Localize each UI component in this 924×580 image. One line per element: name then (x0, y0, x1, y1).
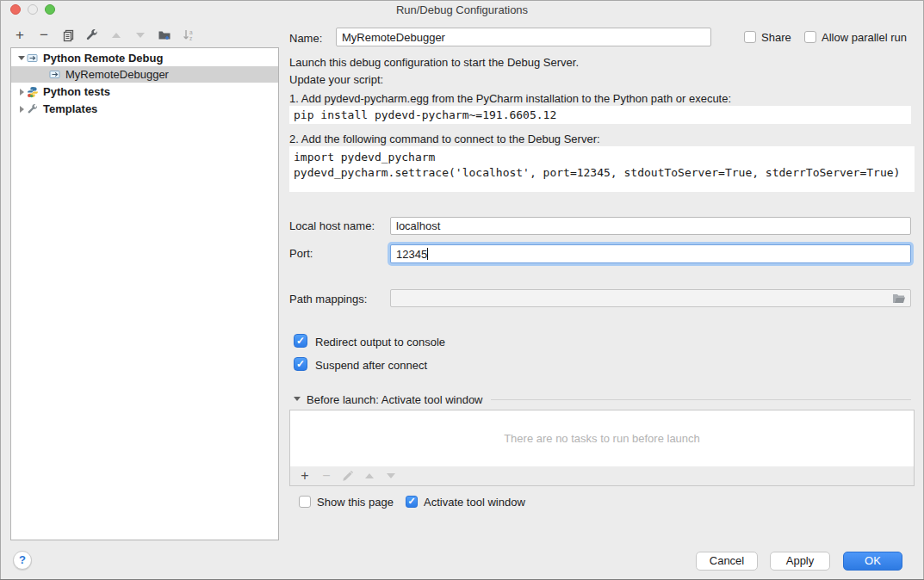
allow-parallel-run-label: Allow parallel run (822, 31, 907, 44)
share-checkbox[interactable] (744, 31, 756, 43)
tree-item-label: Python tests (43, 85, 110, 98)
redirect-output-checkbox[interactable] (294, 334, 307, 348)
move-down-icon (131, 27, 150, 44)
configurations-toolbar: + − az (10, 27, 198, 44)
tree-item-label: Python Remote Debug (43, 52, 163, 65)
copy-configuration-icon[interactable] (59, 27, 78, 44)
browse-folder-icon[interactable] (892, 293, 906, 305)
step1-text: 1. Add pydevd-pycharm.egg from the PyCha… (289, 92, 731, 105)
python-tests-icon (27, 86, 39, 98)
before-launch-toolbar: + − (289, 466, 915, 486)
expand-collapse-icon[interactable] (16, 106, 27, 113)
expand-collapse-icon[interactable] (16, 89, 27, 96)
description-line-1: Launch this debug configuration to start… (289, 56, 579, 69)
port-input[interactable] (390, 244, 911, 263)
tree-item-label: MyRemoteDebugger (65, 68, 169, 81)
help-button[interactable]: ? (13, 551, 32, 570)
remove-task-icon: − (319, 469, 333, 483)
suspend-after-connect-checkbox[interactable] (294, 357, 307, 371)
move-task-down-icon (384, 469, 398, 483)
move-up-icon (107, 27, 126, 44)
help-question-icon: ? (19, 553, 26, 566)
run-config-icon (27, 52, 39, 64)
window-title: Run/Debug Configurations (0, 3, 924, 16)
activate-tool-window-label: Activate tool window (424, 496, 525, 509)
allow-parallel-run-checkbox[interactable] (804, 31, 816, 43)
local-host-name-label: Local host name: (289, 219, 375, 232)
cancel-button[interactable]: Cancel (696, 552, 758, 571)
code-line-2: pydevd_pycharm.settrace('localhost', por… (294, 166, 900, 179)
share-label: Share (761, 31, 791, 44)
section-divider (491, 399, 911, 400)
tree-item-label: Templates (43, 102, 97, 115)
tree-item-templates[interactable]: Templates (11, 101, 278, 117)
remove-configuration-icon[interactable]: − (34, 27, 53, 44)
ok-button[interactable]: OK (843, 552, 902, 571)
edit-templates-icon[interactable] (83, 27, 102, 44)
before-launch-tasks-list[interactable]: There are no tasks to run before launch (289, 410, 915, 467)
local-host-name-input[interactable] (390, 217, 911, 235)
templates-wrench-icon (27, 103, 39, 115)
text-caret (427, 248, 428, 260)
step2-text: 2. Add the following command to connect … (289, 133, 600, 145)
before-launch-title: Before launch: Activate tool window (307, 393, 483, 406)
no-tasks-text: There are no tasks to run before launch (504, 432, 700, 445)
name-input[interactable] (336, 28, 711, 46)
show-this-page-checkbox[interactable] (299, 496, 311, 508)
activate-tool-window-checkbox[interactable] (406, 496, 418, 508)
show-this-page-label: Show this page (317, 496, 394, 509)
tree-item-python-remote-debug[interactable]: Python Remote Debug (11, 50, 278, 66)
create-folder-icon[interactable] (155, 27, 174, 44)
suspend-after-connect-label: Suspend after connect (315, 359, 427, 372)
move-task-up-icon (363, 469, 376, 483)
configurations-tree: Python Remote Debug MyRemoteDebugger Pyt… (10, 47, 279, 540)
redirect-output-label: Redirect output to console (315, 336, 445, 349)
sort-configurations-icon: az (179, 27, 198, 44)
edit-task-icon (341, 469, 355, 483)
expand-collapse-icon[interactable] (16, 56, 27, 60)
path-mappings-label: Path mappings: (289, 293, 367, 305)
add-configuration-icon[interactable]: + (10, 27, 29, 44)
code-line-1: import pydevd_pycharm (294, 151, 435, 164)
name-label: Name: (289, 32, 322, 45)
run-debug-configurations-dialog: Run/Debug Configurations + − az Python R… (0, 0, 924, 580)
add-task-icon[interactable]: + (298, 469, 312, 483)
apply-button[interactable]: Apply (770, 552, 830, 571)
run-config-icon (49, 69, 61, 80)
port-label: Port: (289, 247, 313, 260)
pip-command-snippet: pip install pydevd-pycharm~=191.6605.12 (289, 106, 911, 124)
before-launch-collapse-icon[interactable] (294, 397, 301, 401)
settrace-code-snippet: import pydevd_pycharm pydevd_pycharm.set… (289, 146, 915, 192)
tree-item-python-tests[interactable]: Python tests (11, 83, 278, 100)
path-mappings-field[interactable] (390, 289, 911, 307)
tree-item-myremotedebugger[interactable]: MyRemoteDebugger (11, 66, 278, 83)
description-line-2: Update your script: (289, 73, 383, 86)
svg-text:z: z (189, 35, 192, 41)
svg-text:a: a (189, 29, 193, 35)
